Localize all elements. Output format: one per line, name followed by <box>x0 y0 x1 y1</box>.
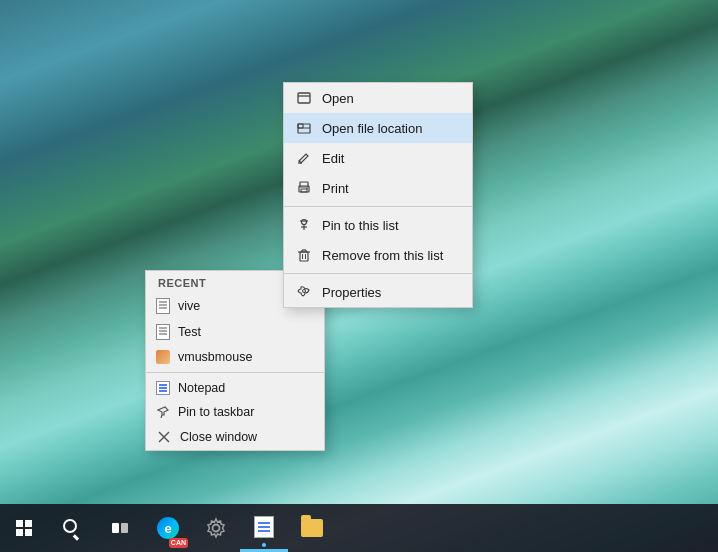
svg-rect-3 <box>298 93 310 103</box>
svg-point-25 <box>303 290 306 293</box>
can-badge: CAN <box>169 538 188 548</box>
jump-action-close-window[interactable]: Close window <box>146 424 324 450</box>
menu-item-properties[interactable]: Properties <box>284 277 472 307</box>
search-button[interactable] <box>48 504 96 552</box>
separator-1 <box>284 206 472 207</box>
svg-line-0 <box>161 415 162 418</box>
taskbar: CAN <box>0 504 718 552</box>
jump-separator-1 <box>146 372 324 373</box>
svg-point-13 <box>306 188 308 190</box>
menu-item-print[interactable]: Print <box>284 173 472 203</box>
svg-rect-12 <box>301 189 307 192</box>
notepad-icon <box>254 516 274 538</box>
task-view-button[interactable] <box>96 504 144 552</box>
properties-icon <box>296 284 312 300</box>
trash-icon <box>296 247 312 263</box>
menu-item-open-file-location-label: Open file location <box>322 121 422 136</box>
menu-item-open-label: Open <box>322 91 354 106</box>
print-icon <box>296 180 312 196</box>
menu-item-properties-label: Properties <box>322 285 381 300</box>
separator-2 <box>284 273 472 274</box>
jump-item-test-label: Test <box>178 325 201 339</box>
folder-icon <box>301 519 323 537</box>
jump-action-pin-taskbar[interactable]: Pin to taskbar <box>146 400 324 424</box>
jump-item-vmusbmouse-label: vmusbmouse <box>178 350 252 364</box>
start-button[interactable] <box>0 504 48 552</box>
jump-action-notepad-label: Notepad <box>178 381 225 395</box>
close-window-icon <box>156 429 172 445</box>
doc-icon-vive <box>156 298 170 314</box>
menu-item-remove-from-list-label: Remove from this list <box>322 248 443 263</box>
jump-item-test[interactable]: Test <box>146 319 324 345</box>
jump-action-close-window-label: Close window <box>180 430 257 444</box>
app-icon-vmusbmouse <box>156 350 170 364</box>
svg-rect-18 <box>300 252 308 261</box>
menu-item-edit[interactable]: Edit <box>284 143 472 173</box>
file-explorer-button[interactable] <box>288 504 336 552</box>
menu-item-open-file-location[interactable]: Open file location <box>284 113 472 143</box>
edge-icon <box>157 517 179 539</box>
menu-item-pin-to-list-label: Pin to this list <box>322 218 399 233</box>
svg-point-14 <box>302 220 307 225</box>
search-icon <box>63 519 77 533</box>
pin-taskbar-icon <box>156 405 170 419</box>
location-icon <box>296 120 312 136</box>
pin-to-list-icon <box>296 217 312 233</box>
window-icon <box>296 90 312 106</box>
settings-button[interactable] <box>192 504 240 552</box>
settings-icon <box>205 517 227 539</box>
menu-item-pin-to-list[interactable]: Pin to this list <box>284 210 472 240</box>
taskview-icon <box>112 523 128 533</box>
notepad-icon-small <box>156 381 170 395</box>
jump-item-vive-label: vive <box>178 299 200 313</box>
menu-item-open[interactable]: Open <box>284 83 472 113</box>
edit-icon <box>296 150 312 166</box>
jump-action-pin-taskbar-label: Pin to taskbar <box>178 405 254 419</box>
menu-item-edit-label: Edit <box>322 151 344 166</box>
edge-button[interactable]: CAN <box>144 504 192 552</box>
jump-item-vmusbmouse[interactable]: vmusbmouse <box>146 345 324 369</box>
windows-icon <box>16 520 32 536</box>
notepad-button[interactable] <box>240 504 288 552</box>
context-menu-main: Open Open file location Edit <box>283 82 473 308</box>
menu-item-remove-from-list[interactable]: Remove from this list <box>284 240 472 270</box>
jump-action-notepad[interactable]: Notepad <box>146 376 324 400</box>
doc-icon-test <box>156 324 170 340</box>
menu-item-print-label: Print <box>322 181 349 196</box>
svg-point-26 <box>213 525 220 532</box>
